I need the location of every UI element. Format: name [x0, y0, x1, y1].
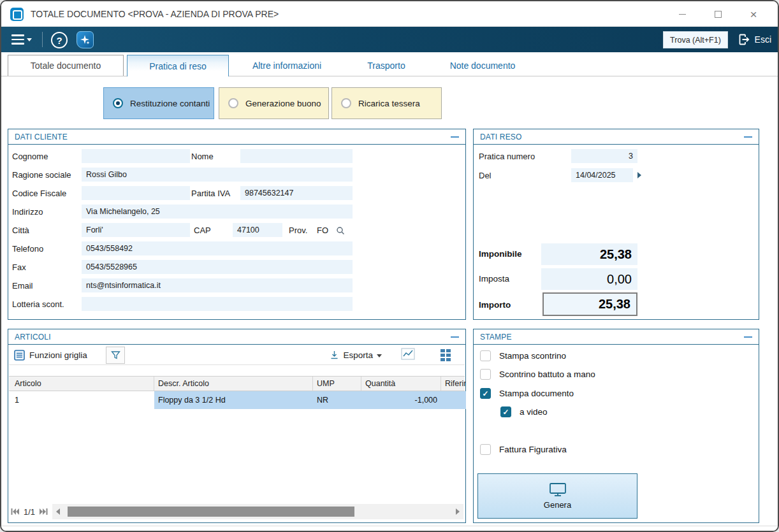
- checkbox-label: Stampa documento: [499, 389, 574, 398]
- lotteria-field[interactable]: [82, 297, 353, 311]
- checkbox-icon: ✓: [480, 369, 491, 380]
- cell-articolo[interactable]: 1: [11, 391, 154, 409]
- importo-field[interactable]: 25,38: [542, 292, 637, 316]
- grid-row[interactable]: 1 Floppy da 3 1/2 Hd NR -1,000: [9, 391, 465, 409]
- scrollbar-thumb[interactable]: [68, 507, 354, 517]
- menu-button[interactable]: [11, 32, 36, 47]
- collapse-icon[interactable]: [744, 136, 752, 138]
- del-date-field[interactable]: 14/04/2025: [571, 168, 633, 182]
- ragione-sociale-label: Ragione sociale: [12, 170, 71, 180]
- indirizzo-field[interactable]: Via Michelangelo, 25: [82, 205, 353, 219]
- cognome-field[interactable]: [82, 149, 190, 163]
- tab-trasporto[interactable]: Trasporto: [357, 55, 416, 76]
- option-generazione-buono[interactable]: Generazione buono: [219, 87, 329, 119]
- checkbox-stampa-scontrino[interactable]: ✓ Stampa scontrino: [480, 350, 566, 361]
- column-header-descr-articolo[interactable]: Descr. Articolo: [154, 377, 313, 391]
- imposta-field[interactable]: 0,00: [541, 268, 637, 290]
- filter-button[interactable]: [106, 347, 125, 364]
- window-title: TOTALE DOCUMENTO <PROVA - AZIENDA DI PRO…: [31, 1, 279, 27]
- find-button-label: Trova (Alt+F1): [670, 36, 721, 45]
- nome-field[interactable]: [240, 149, 353, 163]
- scroll-right-button[interactable]: [452, 504, 463, 519]
- panel-title: DATI RESO: [480, 133, 522, 141]
- checkbox-fattura-figurativa[interactable]: ✓ Fattura Figurativa: [480, 444, 567, 455]
- column-header-quantita[interactable]: Quantità: [361, 377, 441, 391]
- genera-button[interactable]: Genera: [477, 473, 637, 519]
- tab-altre-informazioni[interactable]: Altre informazioni: [240, 55, 333, 76]
- option-ricarica-tessera[interactable]: Ricarica tessera: [331, 87, 442, 119]
- search-icon: [336, 226, 345, 235]
- email-field[interactable]: nts@ntsinformatica.it: [82, 278, 353, 292]
- prov-search-button[interactable]: [336, 224, 345, 238]
- partita-iva-field[interactable]: 98745632147: [240, 186, 353, 200]
- column-header-riferimento[interactable]: Riferin: [441, 377, 466, 391]
- minimize-button[interactable]: [668, 1, 696, 27]
- chevron-down-icon: [377, 354, 382, 357]
- checkbox-a-video[interactable]: ✓ a video: [500, 406, 548, 417]
- lotteria-label: Lotteria scont.: [12, 299, 64, 309]
- cap-field[interactable]: 47100: [233, 223, 282, 237]
- tab-bar: Totale documento Pratica di reso Altre i…: [1, 53, 778, 76]
- date-picker-arrow-icon[interactable]: [637, 172, 641, 178]
- ragione-sociale-field[interactable]: Rossi Gilbo: [82, 168, 353, 182]
- tab-note-documento[interactable]: Note documento: [442, 55, 523, 76]
- close-button[interactable]: ×: [739, 1, 768, 27]
- esporta-button[interactable]: Esporta: [330, 347, 382, 363]
- articoli-panel: ARTICOLI Funzioni griglia: [8, 329, 466, 523]
- dati-cliente-panel: DATI CLIENTE Cognome Nome Ragione social…: [8, 129, 466, 320]
- imponibile-field[interactable]: 25,38: [541, 243, 637, 265]
- chart-button[interactable]: [401, 348, 415, 363]
- column-header-articolo[interactable]: Articolo: [11, 377, 154, 391]
- citta-field[interactable]: Forli': [82, 223, 190, 237]
- checkbox-scontrino-battuto[interactable]: ✓ Scontrino battuto a mano: [480, 369, 595, 380]
- card-view-button[interactable]: [440, 349, 451, 361]
- panel-title: DATI CLIENTE: [15, 133, 68, 141]
- collapse-icon[interactable]: [451, 136, 459, 138]
- prov-value[interactable]: FO: [317, 226, 328, 235]
- help-button[interactable]: ?: [51, 32, 68, 48]
- tab-label: Pratica di reso: [149, 61, 206, 71]
- cell-descrizione[interactable]: Floppy da 3 1/2 Hd: [154, 391, 313, 409]
- collapse-icon[interactable]: [744, 336, 752, 338]
- tab-label: Totale documento: [31, 61, 101, 71]
- maximize-button[interactable]: [704, 1, 732, 27]
- assistant-button[interactable]: [76, 31, 94, 48]
- dati-cliente-header: DATI CLIENTE: [8, 129, 465, 145]
- cell-ump[interactable]: NR: [313, 391, 361, 409]
- option-restituzione-contanti[interactable]: Restituzione contanti: [103, 87, 214, 119]
- find-button[interactable]: Trova (Alt+F1): [663, 31, 728, 48]
- checkbox-stampa-documento[interactable]: ✓ Stampa documento: [480, 388, 574, 399]
- scroll-left-button[interactable]: [52, 504, 64, 519]
- main-toolbar: ? Trova (Alt+F1) Esci: [1, 27, 778, 52]
- cell-quantita[interactable]: -1,000: [361, 391, 441, 409]
- importo-label: Importo: [479, 300, 511, 310]
- monitor-icon: [549, 482, 567, 498]
- cell-riferimento[interactable]: [441, 391, 466, 409]
- partita-iva-label: Partita IVA: [191, 189, 230, 198]
- exit-button[interactable]: Esci: [737, 31, 771, 48]
- last-page-button[interactable]: [39, 508, 48, 515]
- sparkle-icon: [80, 34, 91, 45]
- collapse-icon[interactable]: [451, 336, 459, 338]
- fax-field[interactable]: 0543/5528965: [82, 260, 353, 274]
- codice-fiscale-field[interactable]: [82, 186, 190, 200]
- first-page-button[interactable]: [11, 508, 20, 515]
- radio-icon: [113, 98, 123, 108]
- stampe-panel: STAMPE ✓ Stampa scontrino ✓ Scontrino ba…: [473, 329, 759, 523]
- maximize-icon: [715, 11, 722, 18]
- option-label: Restituzione contanti: [130, 99, 210, 108]
- pratica-numero-field[interactable]: 3: [571, 149, 637, 163]
- tab-pratica-di-reso[interactable]: Pratica di reso: [127, 55, 229, 76]
- exit-icon: [737, 32, 751, 47]
- grid-header-row: Articolo Descr. Articolo UMP Quantità Ri…: [9, 376, 465, 391]
- tab-label: Note documento: [450, 61, 516, 71]
- tab-totale-documento[interactable]: Totale documento: [8, 55, 124, 76]
- last-page-icon: [39, 508, 48, 515]
- funzioni-griglia-button[interactable]: Funzioni griglia: [14, 347, 87, 363]
- radio-icon: [228, 98, 238, 108]
- prov-label: Prov.: [289, 226, 307, 235]
- reso-options-row: Restituzione contanti Generazione buono …: [1, 76, 778, 129]
- telefono-field[interactable]: 0543/558492: [82, 241, 353, 255]
- horizontal-scrollbar[interactable]: [52, 504, 463, 519]
- column-header-ump[interactable]: UMP: [313, 377, 361, 391]
